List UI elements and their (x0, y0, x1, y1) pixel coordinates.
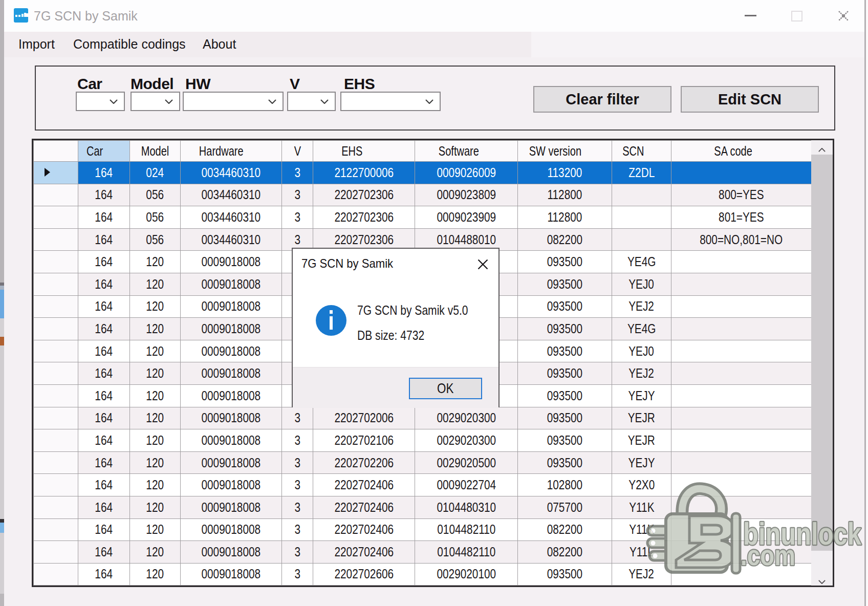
svg-text:.com: .com (741, 539, 795, 571)
